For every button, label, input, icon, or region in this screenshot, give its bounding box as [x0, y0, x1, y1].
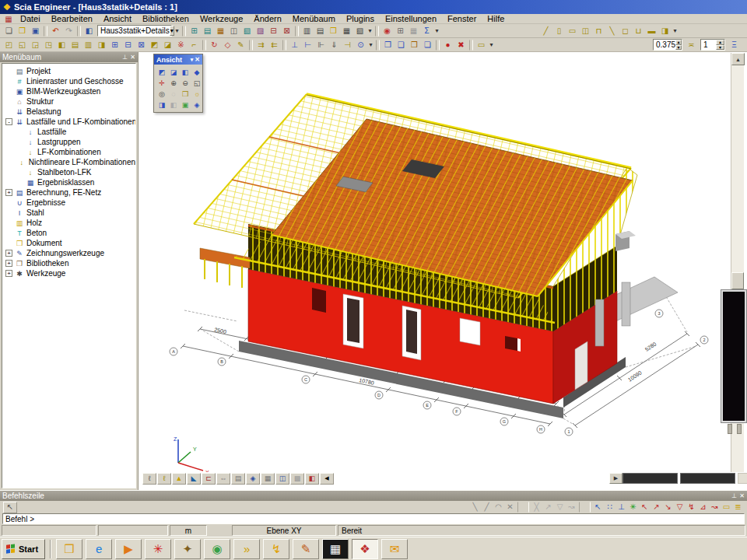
render-view-icon[interactable]: ◈ — [246, 473, 260, 485]
hinge-icon[interactable]: ⊢ — [301, 39, 314, 51]
grid-view-icon[interactable]: ▩ — [290, 473, 304, 485]
tree-expander[interactable] — [5, 229, 12, 236]
tree-expander[interactable] — [5, 219, 12, 226]
snap-tri-icon[interactable]: ▽ — [674, 502, 686, 513]
layout-icon[interactable]: ⊟ — [267, 25, 280, 37]
tree-item[interactable]: + ▤ Berechnung, FE-Netz — [5, 187, 135, 198]
move-to-icon[interactable]: ⇇ — [268, 39, 281, 51]
scia-engineer-icon[interactable]: ❖ — [352, 539, 378, 559]
hand-tool-icon[interactable]: ✳ — [145, 539, 171, 559]
join-icon[interactable]: ⊠ — [135, 39, 148, 51]
toolbar-icon[interactable] — [282, 40, 286, 51]
snap-icon[interactable] — [579, 502, 591, 513]
horizontal-scrollbar[interactable]: ▶ — [609, 472, 747, 484]
tree-expander[interactable] — [5, 209, 12, 216]
menu-item[interactable]: Bearbeiten — [46, 14, 98, 24]
tree-item[interactable]: + ✱ Werkzeuge — [5, 268, 135, 278]
winamp-icon[interactable]: ↯ — [263, 539, 289, 559]
rib-icon[interactable]: ▬ — [645, 25, 658, 37]
spin-down-icon[interactable]: ▾ — [716, 45, 724, 51]
document-menu-icon[interactable]: ▦ — [2, 15, 15, 23]
mesh-icon[interactable]: ▦ — [407, 25, 420, 37]
pin-icon[interactable]: ⊥ — [122, 54, 128, 61]
calc-more-icon[interactable]: ▾ — [433, 25, 440, 37]
perspective-icon[interactable]: ◈ — [191, 100, 202, 110]
toolbar-icon[interactable] — [376, 40, 380, 51]
render-icon[interactable]: ❒ — [180, 89, 191, 99]
tree-expander[interactable] — [16, 149, 23, 156]
tree-item[interactable]: ↓ Lastgruppen — [5, 137, 135, 147]
project-combo[interactable]: Haus3statik+Details ▾ — [97, 25, 172, 37]
scale-icon[interactable]: ◇ — [221, 39, 234, 51]
activity-icon[interactable]: ▦ — [214, 25, 227, 37]
model-viewport[interactable]: 2500 4450 3960 2470 1580 3750 1300 10780… — [139, 52, 747, 490]
clip-view-icon[interactable]: ◧ — [305, 473, 319, 485]
tree-expander[interactable] — [16, 138, 23, 145]
menu-item[interactable]: Fenster — [442, 14, 482, 24]
clipboard-view-icon[interactable]: ℓ — [142, 473, 156, 485]
snap-arc2-icon[interactable]: ↝ — [709, 502, 721, 513]
snap-tangent-icon[interactable]: ▽ — [554, 502, 566, 513]
view-top-icon[interactable]: ◧ — [180, 67, 191, 77]
scroll-up-icon[interactable]: ▲ — [731, 53, 745, 65]
tree-item[interactable]: ↓ Nichtlineare LF-Kombinationen — [5, 157, 135, 167]
cursor-snap-icon[interactable]: ↖ — [592, 502, 604, 513]
modify-icon[interactable]: ✎ — [234, 39, 247, 51]
tree-expander[interactable] — [5, 199, 12, 206]
clipboard-icon[interactable]: ▭ — [475, 39, 488, 51]
extend-icon[interactable]: ⊞ — [108, 39, 121, 51]
view-params-locked-icon[interactable]: ◧ — [168, 100, 179, 110]
load-down-icon[interactable]: ⇓ — [328, 39, 341, 51]
gallery-icon[interactable]: ❒ — [327, 25, 340, 37]
undo-icon[interactable]: ↶ — [49, 25, 62, 37]
layers-icon[interactable]: ▤ — [201, 25, 214, 37]
wall-icon[interactable]: ▭ — [566, 25, 579, 37]
close-icon[interactable]: ✕ — [130, 54, 135, 61]
grid-snap-icon[interactable]: ∷ — [604, 502, 615, 513]
palette-close-icon[interactable]: ✕ — [195, 56, 200, 63]
layers-view-icon[interactable]: ▤ — [231, 473, 245, 485]
toolbar-icon[interactable] — [469, 40, 473, 51]
tree-expander[interactable] — [5, 240, 12, 247]
clip-box-icon[interactable]: ▣ — [180, 100, 191, 110]
view-palette[interactable]: Ansicht ▾ ✕ ◩◪◧◆✛⊕⊖◱◎◌❒☼◨◧▣◈ — [153, 54, 203, 113]
preview-icon[interactable]: ❏ — [421, 39, 434, 51]
explode-icon[interactable]: ※ — [174, 39, 188, 51]
command-input[interactable] — [2, 513, 745, 524]
toolbar-icon[interactable] — [182, 26, 186, 37]
snap-curve-icon[interactable]: ↝ — [566, 502, 577, 513]
view-front-icon[interactable]: ◩ — [156, 67, 167, 77]
move-icon[interactable]: ◳ — [42, 39, 55, 51]
tree-expander[interactable] — [16, 179, 23, 186]
cross-link-icon[interactable]: ⊣ — [341, 39, 354, 51]
toolbar-icon[interactable] — [375, 26, 379, 37]
view-palette-titlebar[interactable]: Ansicht ▾ ✕ — [154, 54, 202, 65]
tree-item[interactable]: ↓ LF-Kombinationen — [5, 147, 135, 157]
clipboard-view-alt-icon[interactable]: ℓ — [157, 473, 171, 485]
menu-item[interactable]: Ansicht — [98, 14, 137, 24]
file-explorer-icon[interactable]: ❒ — [56, 539, 82, 559]
zoom-out-icon[interactable]: ⊖ — [180, 78, 191, 88]
array-icon[interactable]: ▤ — [68, 39, 82, 51]
view-side-icon[interactable]: ◪ — [168, 67, 179, 77]
print-data-icon[interactable]: ▤ — [314, 25, 327, 37]
copy-icon[interactable]: ◲ — [29, 39, 42, 51]
zoom-selection-icon[interactable]: ◌ — [168, 89, 179, 99]
measure-icon[interactable]: ⌐ — [188, 39, 201, 51]
slab-icon[interactable]: ◫ — [579, 25, 592, 37]
mail-icon[interactable]: ✉ — [381, 539, 408, 559]
tree-item[interactable]: ↓ Stahlbeton-LFK — [5, 167, 135, 177]
tree-expander[interactable] — [5, 108, 12, 115]
cursor-mode-icon[interactable]: ↖ — [3, 502, 17, 513]
horizontal-scroll-thumb[interactable] — [680, 473, 735, 484]
export-icon[interactable]: ▧ — [353, 25, 366, 37]
snap-cross-icon[interactable]: ╳ — [531, 502, 542, 513]
snap-flash-icon[interactable]: ↯ — [686, 502, 697, 513]
palette-menu-icon[interactable]: ▾ — [191, 57, 194, 63]
xml-icon[interactable]: ◫ — [227, 25, 240, 37]
tree-expander[interactable] — [16, 128, 23, 135]
new-icon[interactable]: ❏ — [2, 25, 16, 37]
close-icon[interactable]: ✕ — [739, 492, 745, 499]
break-icon[interactable]: ⊟ — [121, 39, 135, 51]
select-add-icon[interactable]: ◱ — [16, 39, 29, 51]
